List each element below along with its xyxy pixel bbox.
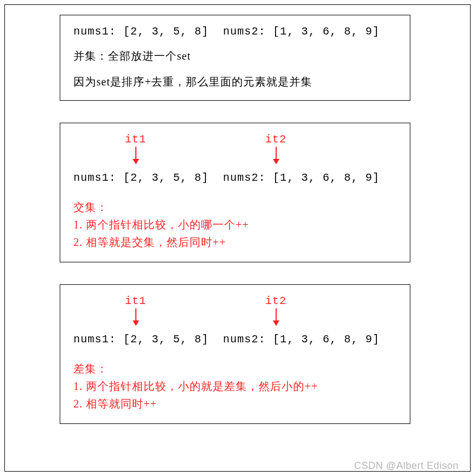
intersection-title: 交集： bbox=[73, 198, 397, 216]
arrow-head-icon bbox=[133, 320, 139, 326]
arrow-icon bbox=[276, 308, 277, 320]
arrow-head-icon bbox=[133, 159, 139, 164]
intersection-rule-2: 2. 相等就是交集，然后同时++ bbox=[73, 233, 397, 251]
difference-rule-2: 2. 相等就同时++ bbox=[73, 395, 397, 412]
pointer-it1-label: it1 bbox=[125, 295, 146, 307]
arrays-line: nums1: [2, 3, 5, 8] nums2: [1, 3, 6, 8, … bbox=[73, 171, 397, 184]
union-desc-2: 因为set是排序+去重，那么里面的元素就是并集 bbox=[73, 74, 397, 89]
pointer-it2: it2 bbox=[265, 295, 287, 326]
arrow-head-icon bbox=[273, 320, 279, 326]
intersection-rules: 交集： 1. 两个指针相比较，小的哪一个++ 2. 相等就是交集，然后同时++ bbox=[73, 198, 397, 251]
diagram-frame: nums1: [2, 3, 5, 8] nums2: [1, 3, 6, 8, … bbox=[4, 4, 471, 472]
union-desc-1: 并集：全部放进一个set bbox=[73, 49, 397, 64]
arrays-line: nums1: [2, 3, 5, 8] nums2: [1, 3, 6, 8, … bbox=[73, 25, 397, 38]
pointer-row: it1 it2 bbox=[73, 295, 397, 333]
arrow-icon bbox=[135, 308, 136, 320]
arrow-head-icon bbox=[273, 159, 279, 164]
difference-rules: 差集： 1. 两个指针相比较，小的就是差集，然后小的++ 2. 相等就同时++ bbox=[73, 360, 397, 412]
pointer-it2-label: it2 bbox=[265, 133, 287, 146]
panel-difference: it1 it2 nums1: [2, 3, 5, 8] nums2: [1, 3… bbox=[60, 284, 410, 424]
panel-intersection: it1 it2 nums1: [2, 3, 5, 8] nums2: [1, 3… bbox=[60, 123, 410, 262]
difference-title: 差集： bbox=[73, 360, 397, 377]
pointer-it1-label: it1 bbox=[125, 133, 146, 146]
difference-rule-1: 1. 两个指针相比较，小的就是差集，然后小的++ bbox=[73, 377, 397, 395]
pointer-it2: it2 bbox=[265, 133, 287, 164]
intersection-rule-1: 1. 两个指针相比较，小的哪一个++ bbox=[73, 216, 397, 233]
panel-union: nums1: [2, 3, 5, 8] nums2: [1, 3, 6, 8, … bbox=[60, 15, 410, 101]
arrays-line: nums1: [2, 3, 5, 8] nums2: [1, 3, 6, 8, … bbox=[73, 333, 397, 346]
pointer-it1: it1 bbox=[125, 133, 146, 164]
arrow-icon bbox=[135, 147, 136, 159]
pointer-it2-label: it2 bbox=[265, 295, 287, 307]
pointer-row: it1 it2 bbox=[73, 133, 397, 171]
arrow-icon bbox=[276, 147, 277, 159]
pointer-it1: it1 bbox=[125, 295, 146, 326]
